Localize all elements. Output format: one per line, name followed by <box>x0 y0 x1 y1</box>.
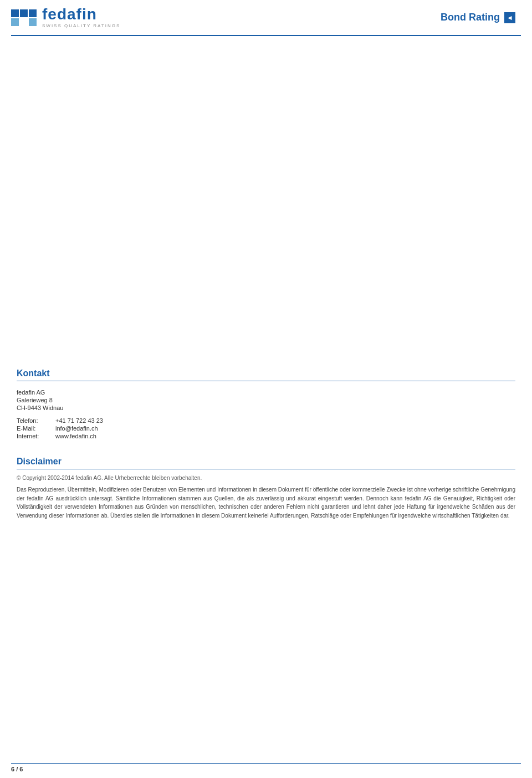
bond-rating-icon-symbol: ◄ <box>507 14 513 22</box>
address-line1: Galerieweg 8 <box>17 397 515 403</box>
bond-rating-icon: ◄ <box>504 12 515 23</box>
bond-rating-label: Bond Rating <box>441 12 500 23</box>
copyright-line: © Copyright 2002-2014 fedafin AG. Alle U… <box>17 475 515 481</box>
copyright-icon: © <box>17 475 21 481</box>
logo-square-4 <box>11 18 19 26</box>
logo-name: fedafin <box>42 7 120 22</box>
disclaimer-section: Disclaimer © Copyright 2002-2014 fedafin… <box>17 457 515 520</box>
email-value: info@fedafin.ch <box>55 424 108 432</box>
footer: 6 / 6 <box>11 763 521 772</box>
disclaimer-text: Das Reproduzieren, Übermitteln, Modifizi… <box>17 485 515 520</box>
table-row-email: E-Mail: info@fedafin.ch <box>17 424 108 432</box>
empty-content-area <box>17 47 515 352</box>
internet-label: Internet: <box>17 432 55 440</box>
email-label: E-Mail: <box>17 424 55 432</box>
footer-page-number: 6 / 6 <box>11 766 23 772</box>
internet-value: www.fedafin.ch <box>55 432 108 440</box>
logo-square-3 <box>29 9 37 17</box>
logo-square-2 <box>20 9 28 17</box>
company-name: fedafin AG <box>17 389 515 396</box>
logo-area: fedafin SWISS QUALITY RATINGS <box>11 7 120 28</box>
logo-square-1 <box>11 9 19 17</box>
table-row-internet: Internet: www.fedafin.ch <box>17 432 108 440</box>
contact-table: Telefon: +41 71 722 43 23 E-Mail: info@f… <box>17 417 108 440</box>
logo-squares <box>11 9 37 26</box>
telefon-value: +41 71 722 43 23 <box>55 417 108 424</box>
disclaimer-title: Disclaimer <box>17 457 515 469</box>
main-content: Kontakt fedafin AG Galerieweg 8 CH-9443 … <box>0 36 532 535</box>
logo-square-5 <box>20 18 28 26</box>
contact-section-title: Kontakt <box>17 368 515 381</box>
copyright-text: Copyright 2002-2014 fedafin AG. Alle Urh… <box>22 475 202 481</box>
header-right: Bond Rating ◄ <box>441 12 515 23</box>
contact-block: fedafin AG Galerieweg 8 CH-9443 Widnau T… <box>17 389 515 440</box>
header: fedafin SWISS QUALITY RATINGS Bond Ratin… <box>0 0 532 35</box>
contact-section: Kontakt fedafin AG Galerieweg 8 CH-9443 … <box>17 368 515 440</box>
telefon-label: Telefon: <box>17 417 55 424</box>
table-row-telefon: Telefon: +41 71 722 43 23 <box>17 417 108 424</box>
logo-square-6 <box>29 18 37 26</box>
page-wrapper: fedafin SWISS QUALITY RATINGS Bond Ratin… <box>0 0 532 778</box>
logo-text-area: fedafin SWISS QUALITY RATINGS <box>42 7 120 28</box>
address-line2: CH-9443 Widnau <box>17 405 515 411</box>
logo-tagline: SWISS QUALITY RATINGS <box>42 23 120 28</box>
